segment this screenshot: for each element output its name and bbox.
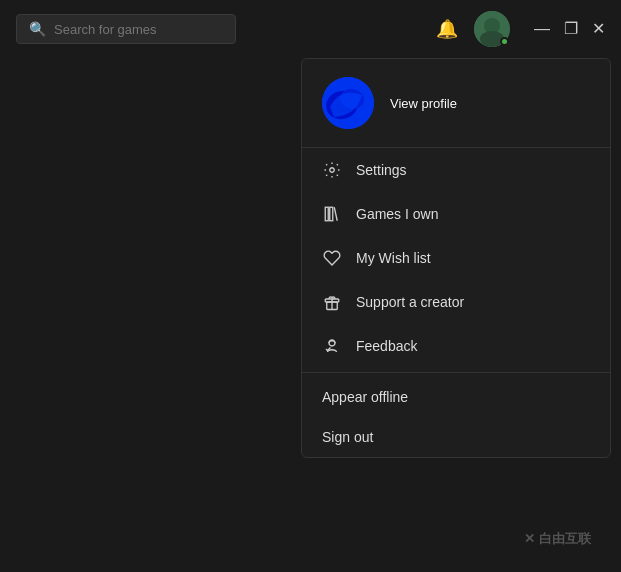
search-icon: 🔍 xyxy=(29,21,46,37)
profile-avatar xyxy=(322,77,374,129)
appear-offline-label: Appear offline xyxy=(322,389,408,405)
online-indicator xyxy=(500,37,509,46)
dropdown-menu: View profile Settings Games I own xyxy=(301,58,611,458)
top-bar-right: 🔔 — ❐ ✕ xyxy=(436,11,605,47)
menu-item-sign-out[interactable]: Sign out xyxy=(302,417,610,457)
menu-item-wishlist[interactable]: My Wish list xyxy=(302,236,610,280)
menu-item-settings[interactable]: Settings xyxy=(302,148,610,192)
profile-section[interactable]: View profile xyxy=(302,59,610,148)
restore-button[interactable]: ❐ xyxy=(564,21,578,37)
support-creator-label: Support a creator xyxy=(356,294,464,310)
settings-label: Settings xyxy=(356,162,407,178)
menu-item-appear-offline[interactable]: Appear offline xyxy=(302,377,610,417)
sign-out-label: Sign out xyxy=(322,429,373,445)
menu-divider xyxy=(302,372,610,373)
library-icon xyxy=(322,204,342,224)
notification-bell-icon[interactable]: 🔔 xyxy=(436,18,458,40)
top-bar: 🔍 🔔 — ❐ ✕ xyxy=(0,0,621,58)
wishlist-label: My Wish list xyxy=(356,250,431,266)
profile-info: View profile xyxy=(390,96,457,111)
menu-item-feedback[interactable]: Feedback xyxy=(302,324,610,368)
svg-rect-8 xyxy=(330,207,333,221)
svg-rect-7 xyxy=(325,207,328,221)
search-box[interactable]: 🔍 xyxy=(16,14,236,44)
feedback-label: Feedback xyxy=(356,338,417,354)
minimize-button[interactable]: — xyxy=(534,21,550,37)
feedback-icon xyxy=(322,336,342,356)
svg-point-6 xyxy=(330,168,335,173)
gear-icon xyxy=(322,160,342,180)
menu-item-games-own[interactable]: Games I own xyxy=(302,192,610,236)
avatar-wrap[interactable] xyxy=(474,11,510,47)
window-controls: — ❐ ✕ xyxy=(534,21,605,37)
view-profile-link[interactable]: View profile xyxy=(390,96,457,111)
close-button[interactable]: ✕ xyxy=(592,21,605,37)
gift-icon xyxy=(322,292,342,312)
search-input[interactable] xyxy=(54,22,223,37)
heart-icon xyxy=(322,248,342,268)
watermark: ✕ 白由互联 xyxy=(524,530,591,548)
games-own-label: Games I own xyxy=(356,206,438,222)
menu-item-support-creator[interactable]: Support a creator xyxy=(302,280,610,324)
